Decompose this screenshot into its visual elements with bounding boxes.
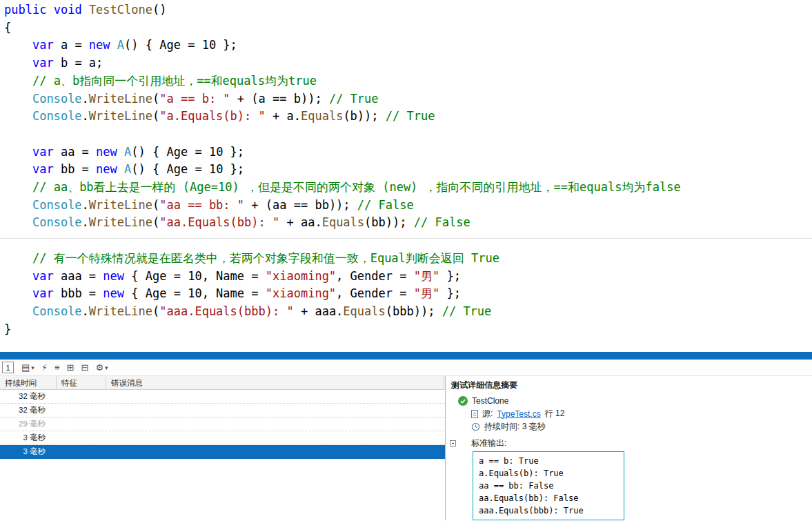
expand-all-icon: ⊞ — [67, 362, 75, 373]
panel-body: 持续时间特征错误消息 32 毫秒32 毫秒29 毫秒3 毫秒3 毫秒 测试详细信… — [0, 376, 812, 520]
code-line: Console.WriteLine("a.Equals(b): " + a.Eq… — [4, 108, 812, 126]
test-result-row[interactable]: 32 毫秒 — [0, 390, 445, 404]
test-result-row[interactable]: 29 毫秒 — [0, 417, 445, 431]
source-file-icon — [471, 410, 478, 418]
run-tests-icon-button[interactable]: ⚡ — [38, 362, 51, 374]
run-tests-icon: ⚡ — [41, 362, 48, 373]
duration-row: 持续时间: 3 毫秒 — [471, 420, 806, 433]
test-result-row[interactable]: 32 毫秒 — [0, 404, 445, 417]
grid-header-row: 持续时间特征错误消息 — [0, 376, 445, 390]
grid-column-header[interactable]: 特征 — [57, 376, 106, 389]
source-file-link[interactable]: TypeTest.cs — [497, 409, 540, 419]
dropdown-caret-icon: ▾ — [31, 364, 34, 371]
test-count-badge[interactable]: 1 — [2, 362, 14, 373]
code-editor[interactable]: public void TestClone(){ var a = new A()… — [0, 0, 812, 352]
source-line-number: 行 12 — [545, 408, 565, 420]
settings-gear-icon-button[interactable]: ⚙▾ — [92, 362, 111, 374]
test-explorer-toolbar: 1 ▤▾⚡≡⊞⊟⚙▾ — [0, 360, 812, 376]
code-line: // 有一个特殊情况就是在匿名类中，若两个对象字段和值一致，Equal判断会返回… — [4, 250, 812, 268]
dropdown-caret-icon: ▾ — [105, 364, 108, 371]
test-result-item[interactable]: TestClone — [458, 394, 806, 407]
stdout-line: aa == bb: False — [479, 480, 618, 492]
code-line: Console.WriteLine("aa == bb: " + (aa == … — [4, 197, 812, 215]
stdout-output-box[interactable]: a == b: Truea.Equals(b): Trueaa == bb: F… — [473, 451, 624, 520]
code-line: var aa = new A() { Age = 10 }; — [4, 144, 812, 161]
collapse-expander-icon[interactable] — [450, 440, 456, 446]
settings-gear-icon: ⚙ — [95, 362, 103, 373]
editor-separator-line — [0, 238, 812, 239]
playlist-icon-button[interactable]: ▤▾ — [18, 362, 38, 374]
stdout-line: a == b: True — [479, 455, 618, 467]
grid-rows: 32 毫秒32 毫秒29 毫秒3 毫秒3 毫秒 — [0, 390, 445, 459]
playlist-icon: ▤ — [21, 362, 30, 373]
stdout-line: aa.Equals(bb): False — [479, 492, 618, 504]
details-title: 测试详细信息摘要 — [451, 380, 806, 391]
code-line: } — [4, 321, 812, 339]
test-passed-icon — [458, 396, 468, 406]
group-by-icon-button[interactable]: ≡ — [51, 362, 63, 374]
toolbar-icons: ▤▾⚡≡⊞⊟⚙▾ — [18, 362, 112, 374]
grid-column-header[interactable]: 持续时间 — [0, 376, 57, 389]
duration-cell: 3 毫秒 — [0, 446, 51, 457]
test-results-grid: 持续时间特征错误消息 32 毫秒32 毫秒29 毫秒3 毫秒3 毫秒 — [0, 376, 446, 520]
code-line: var bb = new A() { Age = 10 }; — [4, 161, 812, 179]
code-line: Console.WriteLine("aa.Equals(bb): " + aa… — [4, 214, 812, 232]
code-line: var a = new A() { Age = 10 }; — [4, 37, 812, 55]
code-line — [4, 232, 812, 250]
code-line: var aaa = new { Age = 10, Name = "xiaomi… — [4, 268, 812, 286]
duration-text: 持续时间: 3 毫秒 — [484, 421, 546, 433]
code-line: public void TestClone() — [4, 1, 812, 19]
source-label: 源: — [482, 408, 493, 420]
code-line: Console.WriteLine("aaa.Equals(bbb): " + … — [4, 303, 812, 321]
duration-cell: 32 毫秒 — [0, 405, 51, 415]
panel-title-bar[interactable] — [0, 352, 812, 360]
duration-cell: 29 毫秒 — [0, 419, 51, 429]
test-result-row[interactable]: 3 毫秒 — [0, 431, 445, 445]
collapse-all-icon: ⊟ — [81, 362, 88, 373]
test-explorer-panel: 1 ▤▾⚡≡⊞⊟⚙▾ 持续时间特征错误消息 32 毫秒32 毫秒29 毫秒3 毫… — [0, 352, 812, 521]
code-line: // aa、bb看上去是一样的 (Age=10) ，但是是不同的两个对象 (ne… — [4, 179, 812, 197]
code-line: var b = a; — [4, 55, 812, 72]
code-line: var bbb = new { Age = 10, Name = "xiaomi… — [4, 285, 812, 303]
grid-column-header[interactable]: 错误消息 — [106, 376, 444, 389]
visual-studio-window: public void TestClone(){ var a = new A()… — [0, 0, 812, 521]
test-name[interactable]: TestClone — [472, 396, 508, 406]
duration-clock-icon — [471, 422, 480, 431]
code-line: // a、b指向同一个引用地址，==和equals均为true — [4, 72, 812, 90]
stdout-line: aaa.Equals(bbb): True — [479, 504, 618, 517]
duration-cell: 3 毫秒 — [0, 433, 51, 443]
test-result-row[interactable]: 3 毫秒 — [0, 445, 445, 459]
source-row: 源: TypeTest.cs 行 12 — [471, 407, 806, 420]
code-line: Console.WriteLine("a == b: " + (a == b))… — [4, 90, 812, 108]
expand-all-icon-button[interactable]: ⊞ — [63, 362, 78, 374]
stdout-row: 标准输出: — [450, 437, 806, 450]
duration-cell: 32 毫秒 — [0, 391, 51, 402]
collapse-all-icon-button[interactable]: ⊟ — [77, 362, 92, 374]
group-by-icon: ≡ — [55, 362, 60, 373]
test-detail-pane: 测试详细信息摘要 TestClone 源: TypeTest.cs 行 12 — [446, 376, 812, 520]
code-line: { — [4, 19, 812, 37]
code-line — [4, 126, 812, 144]
stdout-line: a.Equals(b): True — [479, 467, 618, 480]
stdout-label: 标准输出: — [471, 438, 506, 449]
